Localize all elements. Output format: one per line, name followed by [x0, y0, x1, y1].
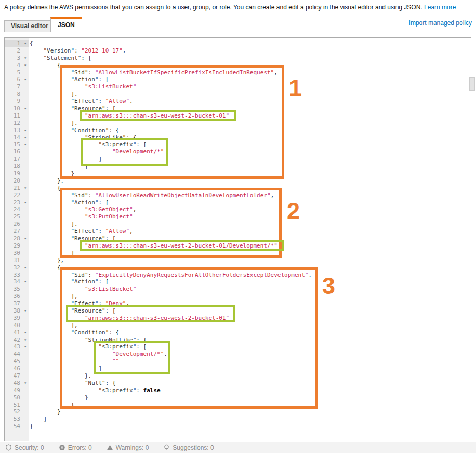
code-line[interactable]: "s3:PutObject": [30, 213, 464, 221]
code-line[interactable]: "Resource": [: [30, 235, 464, 242]
line-number: 42▾: [5, 336, 29, 344]
code-line[interactable]: ],: [30, 293, 464, 300]
learn-more-link[interactable]: Learn more: [424, 4, 456, 11]
line-number: 48▾: [5, 380, 29, 387]
code-line[interactable]: "Sid": "AllowListBucketIfSpecificPrefixI…: [30, 69, 464, 76]
tab-json[interactable]: JSON: [50, 17, 82, 32]
code-line[interactable]: "s3:prefix": false: [30, 387, 464, 394]
code-line[interactable]: "Condition": {: [30, 127, 464, 134]
code-line[interactable]: {: [30, 264, 464, 271]
code-line[interactable]: }: [30, 408, 464, 416]
fold-caret-icon[interactable]: ▾: [24, 264, 27, 271]
import-managed-policy-link[interactable]: Import managed policy: [409, 19, 472, 27]
code-line[interactable]: {: [30, 185, 464, 192]
code-line[interactable]: {: [30, 40, 464, 47]
fold-caret-icon[interactable]: ▾: [24, 105, 27, 112]
code-line[interactable]: }: [30, 170, 464, 177]
fold-caret-icon[interactable]: ▾: [24, 235, 27, 242]
fold-caret-icon[interactable]: ▾: [24, 127, 27, 134]
code-line[interactable]: ],: [30, 90, 464, 98]
code-lines[interactable]: { "Version": "2012-10-17", "Statement": …: [30, 40, 464, 430]
code-line[interactable]: "": [30, 358, 464, 365]
code-line[interactable]: {: [30, 62, 464, 69]
code-line[interactable]: "arn:aws:s3:::chan-s3-eu-west-2-bucket-0…: [30, 112, 464, 120]
code-line[interactable]: ]: [30, 416, 464, 423]
code-line[interactable]: ],: [30, 322, 464, 329]
code-line[interactable]: "Sid": "AllowUserToReadWriteObjectDataIn…: [30, 192, 464, 199]
line-number: 17: [5, 156, 29, 163]
line-number: 6▾: [5, 76, 29, 83]
line-number: 7: [5, 83, 29, 90]
fold-caret-icon[interactable]: ▾: [24, 329, 27, 336]
policy-description-text: A policy defines the AWS permissions tha…: [4, 4, 422, 11]
line-number: 30: [5, 250, 29, 257]
code-line[interactable]: "Version": "2012-10-17",: [30, 47, 464, 55]
code-line[interactable]: "Resource": [: [30, 105, 464, 112]
line-number: 12: [5, 120, 29, 127]
code-line[interactable]: "Action": [: [30, 76, 464, 83]
code-line[interactable]: "s3:prefix": [: [30, 141, 464, 148]
fold-caret-icon[interactable]: ▾: [24, 40, 27, 47]
fold-caret-icon[interactable]: ▾: [24, 76, 27, 83]
json-editor[interactable]: 1▾23▾4▾56▾78910▾111213▾14▾15▾16171819202…: [4, 37, 471, 441]
text-cursor: [33, 40, 33, 46]
fold-caret-icon[interactable]: ▾: [24, 343, 27, 351]
code-line[interactable]: "StringLike": {: [30, 134, 464, 141]
line-number: 31: [5, 257, 29, 264]
code-line[interactable]: "Action": [: [30, 199, 464, 206]
code-line[interactable]: ],: [30, 120, 464, 127]
code-line[interactable]: "StringNotLike": {: [30, 336, 464, 344]
line-number: 29: [5, 242, 29, 250]
fold-caret-icon[interactable]: ▾: [24, 141, 27, 148]
code-line[interactable]: "Development/*": [30, 148, 464, 156]
annotation-number-2: 2: [287, 199, 300, 223]
code-line[interactable]: "s3:prefix": [: [30, 343, 464, 351]
fold-caret-icon[interactable]: ▾: [24, 278, 27, 286]
code-line[interactable]: "Null": {: [30, 380, 464, 387]
code-line[interactable]: }: [30, 423, 464, 430]
line-number: 46: [5, 365, 29, 372]
code-line[interactable]: "Sid": "ExplicitlyDenyAnyRequestsForAllO…: [30, 271, 464, 279]
code-line[interactable]: "Condition": {: [30, 329, 464, 336]
code-line[interactable]: "s3:ListBucket": [30, 83, 464, 90]
code-line[interactable]: "Effect": "Deny",: [30, 300, 464, 307]
code-line[interactable]: "arn:aws:s3:::chan-s3-eu-west-2-bucket-0…: [30, 315, 464, 322]
code-line[interactable]: "Statement": [: [30, 55, 464, 62]
fold-caret-icon[interactable]: ▾: [24, 307, 27, 315]
code-line[interactable]: "Effect": "Allow",: [30, 98, 464, 105]
code-line[interactable]: },: [30, 257, 464, 264]
warning-triangle-icon: [107, 444, 113, 451]
fold-caret-icon[interactable]: ▾: [24, 199, 27, 206]
status-security: Security: 0: [5, 444, 44, 451]
fold-caret-icon[interactable]: ▾: [24, 336, 27, 344]
fold-caret-icon[interactable]: ▾: [24, 185, 27, 192]
fold-caret-icon[interactable]: ▾: [24, 55, 27, 62]
fold-caret-icon[interactable]: ▾: [24, 134, 27, 141]
code-line[interactable]: "Development/*",: [30, 351, 464, 358]
code-line[interactable]: "arn:aws:s3:::chan-s3-eu-west-2-bucket-0…: [30, 242, 464, 250]
code-line[interactable]: ]: [30, 156, 464, 163]
code-line[interactable]: "Action": [: [30, 278, 464, 286]
iam-policy-page: A policy defines the AWS permissions tha…: [0, 0, 476, 453]
tab-visual-editor[interactable]: Visual editor: [4, 20, 55, 32]
status-warnings: Warnings: 0: [107, 444, 149, 451]
line-number: 41▾: [5, 329, 29, 336]
code-line[interactable]: "s3:ListBucket": [30, 286, 464, 293]
code-line[interactable]: "Effect": "Allow",: [30, 228, 464, 235]
fold-caret-icon[interactable]: ▾: [24, 62, 27, 69]
fold-caret-icon[interactable]: ▾: [24, 380, 27, 387]
code-line[interactable]: }: [30, 394, 464, 402]
code-line[interactable]: },: [30, 177, 464, 185]
vertical-scrollbar-thumb[interactable]: [469, 77, 475, 91]
code-line[interactable]: },: [30, 372, 464, 380]
code-line[interactable]: ]: [30, 365, 464, 372]
code-line[interactable]: }: [30, 163, 464, 170]
code-line[interactable]: "Resource": [: [30, 307, 464, 315]
line-number: 19: [5, 170, 29, 177]
code-line[interactable]: }: [30, 402, 464, 409]
code-line[interactable]: "s3:GetObject",: [30, 206, 464, 213]
security-shield-icon: [5, 444, 12, 451]
line-number: 50: [5, 394, 29, 402]
code-line[interactable]: ]: [30, 250, 464, 257]
code-line[interactable]: ],: [30, 221, 464, 228]
